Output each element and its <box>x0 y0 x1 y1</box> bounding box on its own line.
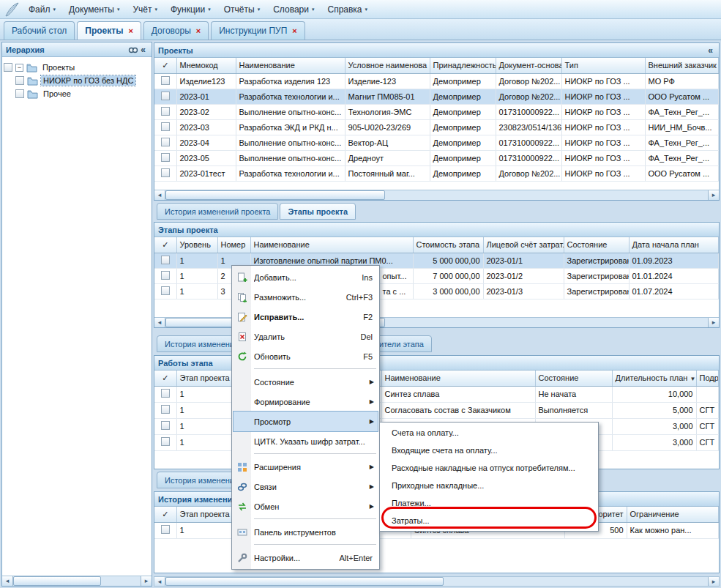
project-row[interactable]: 2023-01тестРазработка технологии и...Пос… <box>154 165 719 181</box>
menubar-item-dictionaries[interactable]: Словари▾ <box>266 1 321 18</box>
project-row[interactable]: 2023-02Выполнение опытно-конс...Технолог… <box>154 104 719 119</box>
project-row[interactable]: 2023-03Разработка ЭКД и РКД н...905-U020… <box>154 119 719 135</box>
close-tab-icon[interactable]: × <box>292 27 296 35</box>
scroll-right-button[interactable]: ▸ <box>708 577 719 586</box>
menu-item-edit[interactable]: Исправить... F2 <box>234 307 378 327</box>
row-checkbox[interactable] <box>161 138 170 146</box>
project-row-selected[interactable]: 2023-01Разработка технологии и...Магнит … <box>154 89 719 104</box>
tree-expander-icon[interactable]: − <box>15 64 23 72</box>
submenu-item-payments[interactable]: Платежи... <box>381 494 597 512</box>
select-all-header[interactable]: ✓ <box>154 507 176 522</box>
menu-item-add[interactable]: Добавить... Ins <box>234 267 378 287</box>
scroll-thumb[interactable] <box>165 577 444 586</box>
column-header-state[interactable]: Состояние <box>535 371 612 386</box>
menu-item-view[interactable]: Просмотр ▶ <box>234 412 378 431</box>
menu-item-state[interactable]: Состояние ▶ <box>234 372 378 392</box>
row-checkbox[interactable] <box>161 421 170 430</box>
submenu-item-invoices[interactable]: Счета на оплату... <box>381 424 597 442</box>
project-row[interactable]: 2023-04Выполнение опытно-конс...Вектор-А… <box>154 135 719 150</box>
row-checkbox[interactable] <box>161 153 170 162</box>
search-icon[interactable] <box>128 45 138 54</box>
row-checkbox[interactable] <box>161 525 170 534</box>
scroll-right-button[interactable]: ▸ <box>708 190 719 200</box>
column-header-account[interactable]: Лицевой счёт затрат. <box>483 237 564 253</box>
horizontal-scrollbar[interactable]: ◂ ▸ <box>154 576 720 587</box>
tab-project-stages[interactable]: Этапы проекта <box>280 203 356 220</box>
submenu-item-incoming-waybills[interactable]: Приходные накладные... <box>381 477 597 494</box>
scroll-left-button[interactable]: ◂ <box>154 190 165 200</box>
column-header-ownership[interactable]: Принадлежность <box>430 58 496 73</box>
tab-instructions[interactable]: Инструкции ПУП× <box>211 21 305 40</box>
column-header-basis[interactable]: Документ-основан <box>496 58 561 73</box>
select-all-header[interactable]: ✓ <box>154 58 176 73</box>
horizontal-scrollbar[interactable]: ◂ ▸ <box>2 576 152 586</box>
row-checkbox[interactable] <box>161 76 170 85</box>
menu-item-duplicate[interactable]: Размножить... Ctrl+F3 <box>234 287 378 307</box>
close-tab-icon[interactable]: × <box>196 27 201 35</box>
close-tab-icon[interactable]: × <box>128 27 132 35</box>
select-all-header[interactable]: ✓ <box>154 237 176 253</box>
column-header-level[interactable]: Уровень <box>176 237 217 253</box>
column-header-name[interactable]: Наименование <box>381 371 535 386</box>
tab-projects[interactable]: Проекты× <box>77 21 141 40</box>
column-header-state[interactable]: Состояние <box>564 237 629 253</box>
tree-checkbox[interactable] <box>15 76 24 85</box>
menu-item-extensions[interactable]: Расширения ▶ <box>234 457 378 477</box>
row-checkbox[interactable] <box>161 389 170 398</box>
row-checkbox[interactable] <box>161 405 170 414</box>
tree-checkbox[interactable] <box>4 63 12 72</box>
row-checkbox[interactable] <box>161 256 170 264</box>
menubar-item-documents[interactable]: Документы▾ <box>62 1 126 18</box>
menu-item-delete[interactable]: Удалить Del <box>234 327 378 346</box>
scroll-thumb[interactable] <box>165 190 385 200</box>
scroll-left-button[interactable]: ◂ <box>154 577 165 586</box>
scroll-right-button[interactable]: ▸ <box>141 576 152 586</box>
tree-item-other[interactable]: Прочее <box>4 87 150 100</box>
menu-item-refresh[interactable]: Обновить F5 <box>234 346 378 366</box>
menubar-item-reports[interactable]: Отчёты▾ <box>217 1 266 18</box>
column-header-codename[interactable]: Условное наименова <box>345 58 430 73</box>
row-checkbox[interactable] <box>161 122 170 131</box>
menu-item-links[interactable]: Связи ▶ <box>234 477 378 496</box>
menubar-item-functions[interactable]: Функции▾ <box>164 1 217 18</box>
row-checkbox[interactable] <box>161 107 170 116</box>
tree-item-niokr[interactable]: НИОКР по ГОЗ без НДС <box>4 74 150 87</box>
column-header-name[interactable]: Наименование <box>250 237 413 253</box>
submenu-item-outgoing-waybills[interactable]: Расходные накладные на отпуск потребител… <box>381 459 597 477</box>
column-header-customer[interactable]: Внешний заказчик <box>645 58 719 73</box>
tree-item-projects-root[interactable]: − Проекты <box>4 61 150 74</box>
tab-desktop[interactable]: Рабочий стол <box>4 21 75 40</box>
row-checkbox[interactable] <box>161 286 170 295</box>
menu-item-formation[interactable]: Формирование ▶ <box>234 392 378 412</box>
column-header-name[interactable]: Наименование <box>236 58 345 73</box>
project-row[interactable]: Изделие123Разработка изделия 123Изделие-… <box>154 73 719 89</box>
row-checkbox[interactable] <box>161 92 170 100</box>
menubar-item-accounting[interactable]: Учёт▾ <box>126 1 164 18</box>
column-header-cost[interactable]: Стоимость этапа <box>413 237 483 253</box>
column-header-mnemocode[interactable]: Мнемокод <box>176 58 236 73</box>
menu-item-exchange[interactable]: Обмен ▶ <box>234 496 378 516</box>
scroll-left-button[interactable]: ◂ <box>154 318 165 327</box>
tab-contracts[interactable]: Договоры× <box>143 21 209 40</box>
menu-item-toolbar-panel[interactable]: Панель инструментов <box>234 522 378 542</box>
submenu-item-costs[interactable]: Затраты... <box>381 512 597 529</box>
collapse-panel-button[interactable]: « <box>138 45 148 55</box>
column-header-constraint[interactable]: Ограничение <box>627 507 719 522</box>
scroll-right-button[interactable]: ▸ <box>708 318 719 327</box>
menubar-item-file[interactable]: Файл▾ <box>22 1 62 18</box>
row-checkbox[interactable] <box>161 437 170 446</box>
menu-item-settings[interactable]: Настройки... Alt+Enter <box>234 548 378 567</box>
submenu-item-incoming-invoices[interactable]: Входящие счета на оплату... <box>381 442 597 459</box>
menubar-item-help[interactable]: Справка▾ <box>321 1 374 18</box>
column-header-number[interactable]: Номер <box>217 237 250 253</box>
column-header-department[interactable]: Подр <box>696 371 719 386</box>
horizontal-scrollbar[interactable]: ◂ ▸ <box>154 190 719 200</box>
project-row[interactable]: 2023-05Выполнение опытно-конс...Дредноут… <box>154 150 719 165</box>
scroll-thumb[interactable] <box>13 576 101 586</box>
row-checkbox[interactable] <box>161 271 170 280</box>
column-header-duration[interactable]: Длительность план▼ <box>612 371 696 386</box>
select-all-header[interactable]: ✓ <box>154 371 176 386</box>
menu-item-citk-cost-code[interactable]: ЦИТК. Указать шифр затрат... <box>234 431 378 451</box>
tab-project-history[interactable]: История изменений проекта <box>157 203 278 220</box>
collapse-panel-button[interactable]: « <box>706 45 715 56</box>
